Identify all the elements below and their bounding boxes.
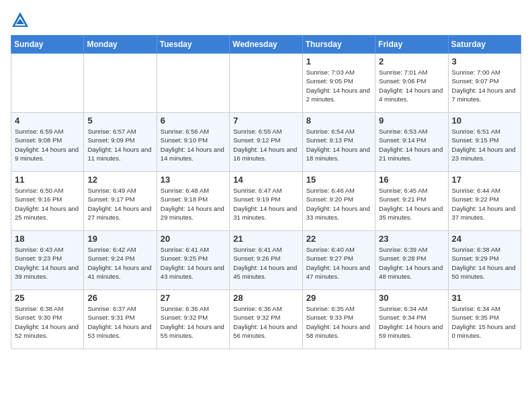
day-number: 25 — [15, 293, 80, 303]
calendar-cell — [230, 54, 302, 113]
day-info: Sunrise: 6:45 AMSunset: 9:21 PMDaylight:… — [379, 186, 444, 222]
weekday-header: Wednesday — [230, 36, 302, 54]
day-number: 15 — [306, 175, 371, 185]
day-info: Sunrise: 6:37 AMSunset: 9:31 PMDaylight:… — [87, 304, 152, 340]
day-number: 14 — [233, 175, 298, 185]
day-info: Sunrise: 6:38 AMSunset: 9:29 PMDaylight:… — [452, 245, 517, 281]
day-info: Sunrise: 6:44 AMSunset: 9:22 PMDaylight:… — [452, 186, 517, 222]
calendar-week-row: 25Sunrise: 6:38 AMSunset: 9:30 PMDayligh… — [11, 290, 521, 349]
day-number: 27 — [161, 293, 226, 303]
day-info: Sunrise: 6:36 AMSunset: 9:32 PMDaylight:… — [233, 304, 298, 340]
day-info: Sunrise: 6:39 AMSunset: 9:28 PMDaylight:… — [379, 245, 444, 281]
day-info: Sunrise: 6:38 AMSunset: 9:30 PMDaylight:… — [15, 304, 80, 340]
calendar-cell: 27Sunrise: 6:36 AMSunset: 9:32 PMDayligh… — [157, 290, 229, 349]
day-number: 16 — [379, 175, 444, 185]
day-info: Sunrise: 6:41 AMSunset: 9:26 PMDaylight:… — [233, 245, 298, 281]
weekday-header-row: SundayMondayTuesdayWednesdayThursdayFrid… — [11, 36, 521, 54]
calendar-cell: 7Sunrise: 6:55 AMSunset: 9:12 PMDaylight… — [230, 113, 302, 172]
calendar-cell: 5Sunrise: 6:57 AMSunset: 9:09 PMDaylight… — [84, 113, 157, 172]
calendar-week-row: 1Sunrise: 7:03 AMSunset: 9:05 PMDaylight… — [11, 54, 521, 113]
day-number: 29 — [306, 293, 371, 303]
calendar-cell: 1Sunrise: 7:03 AMSunset: 9:05 PMDaylight… — [302, 54, 375, 113]
day-number: 11 — [15, 175, 80, 185]
calendar-cell: 4Sunrise: 6:59 AMSunset: 9:08 PMDaylight… — [11, 113, 84, 172]
weekday-header: Sunday — [11, 36, 84, 54]
day-number: 28 — [233, 293, 298, 303]
day-info: Sunrise: 6:50 AMSunset: 9:16 PMDaylight:… — [15, 186, 80, 222]
day-number: 19 — [87, 234, 152, 244]
day-info: Sunrise: 6:34 AMSunset: 9:35 PMDaylight:… — [452, 304, 517, 340]
day-number: 21 — [233, 234, 298, 244]
day-info: Sunrise: 6:43 AMSunset: 9:23 PMDaylight:… — [15, 245, 80, 281]
day-number: 7 — [233, 116, 298, 126]
logo — [11, 11, 32, 30]
day-info: Sunrise: 6:47 AMSunset: 9:19 PMDaylight:… — [233, 186, 298, 222]
calendar-cell: 13Sunrise: 6:48 AMSunset: 9:18 PMDayligh… — [157, 172, 229, 231]
day-number: 22 — [306, 234, 371, 244]
day-info: Sunrise: 6:49 AMSunset: 9:17 PMDaylight:… — [87, 186, 152, 222]
calendar-week-row: 11Sunrise: 6:50 AMSunset: 9:16 PMDayligh… — [11, 172, 521, 231]
calendar-cell: 9Sunrise: 6:53 AMSunset: 9:14 PMDaylight… — [375, 113, 448, 172]
day-info: Sunrise: 6:53 AMSunset: 9:14 PMDaylight:… — [379, 127, 444, 163]
weekday-header: Saturday — [448, 36, 521, 54]
calendar-cell: 17Sunrise: 6:44 AMSunset: 9:22 PMDayligh… — [448, 172, 521, 231]
calendar-cell: 15Sunrise: 6:46 AMSunset: 9:20 PMDayligh… — [302, 172, 375, 231]
day-number: 26 — [87, 293, 152, 303]
calendar-cell: 2Sunrise: 7:01 AMSunset: 9:06 PMDaylight… — [375, 54, 448, 113]
weekday-header: Friday — [375, 36, 448, 54]
day-info: Sunrise: 7:00 AMSunset: 9:07 PMDaylight:… — [452, 68, 517, 103]
day-info: Sunrise: 6:42 AMSunset: 9:24 PMDaylight:… — [87, 245, 152, 281]
day-info: Sunrise: 6:48 AMSunset: 9:18 PMDaylight:… — [161, 186, 226, 222]
calendar-cell — [157, 54, 229, 113]
day-info: Sunrise: 6:46 AMSunset: 9:20 PMDaylight:… — [306, 186, 371, 222]
day-info: Sunrise: 6:34 AMSunset: 9:34 PMDaylight:… — [379, 304, 444, 340]
day-number: 17 — [452, 175, 517, 185]
day-info: Sunrise: 6:55 AMSunset: 9:12 PMDaylight:… — [233, 127, 298, 163]
day-number: 9 — [379, 116, 444, 126]
logo-icon — [11, 11, 30, 30]
calendar-cell: 31Sunrise: 6:34 AMSunset: 9:35 PMDayligh… — [448, 290, 521, 349]
calendar-cell: 23Sunrise: 6:39 AMSunset: 9:28 PMDayligh… — [375, 231, 448, 290]
day-info: Sunrise: 6:56 AMSunset: 9:10 PMDaylight:… — [161, 127, 226, 163]
calendar-cell: 16Sunrise: 6:45 AMSunset: 9:21 PMDayligh… — [375, 172, 448, 231]
day-info: Sunrise: 6:40 AMSunset: 9:27 PMDaylight:… — [306, 245, 371, 281]
day-info: Sunrise: 6:35 AMSunset: 9:33 PMDaylight:… — [306, 304, 371, 340]
day-info: Sunrise: 7:01 AMSunset: 9:06 PMDaylight:… — [379, 68, 444, 103]
day-number: 30 — [379, 293, 444, 303]
calendar-cell: 21Sunrise: 6:41 AMSunset: 9:26 PMDayligh… — [230, 231, 302, 290]
day-info: Sunrise: 6:57 AMSunset: 9:09 PMDaylight:… — [87, 127, 152, 163]
day-number: 2 — [379, 56, 444, 66]
day-info: Sunrise: 6:41 AMSunset: 9:25 PMDaylight:… — [161, 245, 226, 281]
weekday-header: Monday — [84, 36, 157, 54]
calendar-cell: 8Sunrise: 6:54 AMSunset: 9:13 PMDaylight… — [302, 113, 375, 172]
calendar-cell: 28Sunrise: 6:36 AMSunset: 9:32 PMDayligh… — [230, 290, 302, 349]
day-number: 12 — [87, 175, 152, 185]
calendar-cell: 29Sunrise: 6:35 AMSunset: 9:33 PMDayligh… — [302, 290, 375, 349]
calendar-cell: 26Sunrise: 6:37 AMSunset: 9:31 PMDayligh… — [84, 290, 157, 349]
calendar-cell: 30Sunrise: 6:34 AMSunset: 9:34 PMDayligh… — [375, 290, 448, 349]
calendar-cell: 6Sunrise: 6:56 AMSunset: 9:10 PMDaylight… — [157, 113, 229, 172]
day-number: 13 — [161, 175, 226, 185]
calendar-week-row: 4Sunrise: 6:59 AMSunset: 9:08 PMDaylight… — [11, 113, 521, 172]
day-info: Sunrise: 7:03 AMSunset: 9:05 PMDaylight:… — [306, 68, 371, 103]
calendar-cell: 10Sunrise: 6:51 AMSunset: 9:15 PMDayligh… — [448, 113, 521, 172]
calendar-cell: 19Sunrise: 6:42 AMSunset: 9:24 PMDayligh… — [84, 231, 157, 290]
calendar-cell: 25Sunrise: 6:38 AMSunset: 9:30 PMDayligh… — [11, 290, 84, 349]
page-header — [11, 11, 521, 30]
day-number: 10 — [452, 116, 517, 126]
day-number: 1 — [306, 56, 371, 66]
day-number: 4 — [15, 116, 80, 126]
day-number: 18 — [15, 234, 80, 244]
calendar-table: SundayMondayTuesdayWednesdayThursdayFrid… — [11, 35, 521, 349]
day-info: Sunrise: 6:51 AMSunset: 9:15 PMDaylight:… — [452, 127, 517, 163]
calendar-cell: 18Sunrise: 6:43 AMSunset: 9:23 PMDayligh… — [11, 231, 84, 290]
calendar-cell: 20Sunrise: 6:41 AMSunset: 9:25 PMDayligh… — [157, 231, 229, 290]
day-number: 3 — [452, 56, 517, 66]
day-info: Sunrise: 6:36 AMSunset: 9:32 PMDaylight:… — [161, 304, 226, 340]
calendar-cell: 11Sunrise: 6:50 AMSunset: 9:16 PMDayligh… — [11, 172, 84, 231]
day-number: 24 — [452, 234, 517, 244]
day-number: 5 — [87, 116, 152, 126]
calendar-cell: 22Sunrise: 6:40 AMSunset: 9:27 PMDayligh… — [302, 231, 375, 290]
calendar-cell: 14Sunrise: 6:47 AMSunset: 9:19 PMDayligh… — [230, 172, 302, 231]
day-info: Sunrise: 6:59 AMSunset: 9:08 PMDaylight:… — [15, 127, 80, 163]
